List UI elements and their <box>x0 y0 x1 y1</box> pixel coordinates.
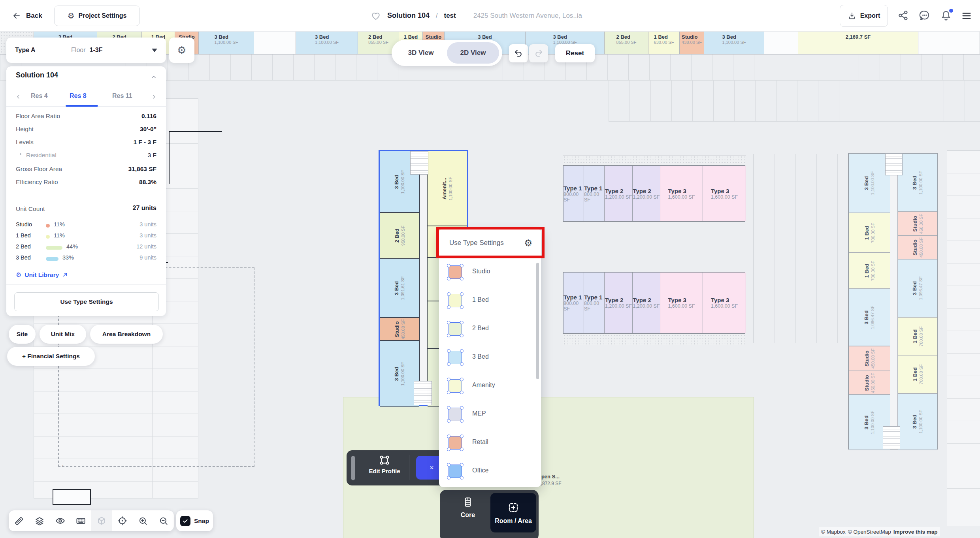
visibility-tool-button[interactable] <box>50 510 71 531</box>
unit-cell-3-bed[interactable]: 3 Bed1,096.47 SF <box>898 260 937 318</box>
unit-cell-3-bed[interactable]: 3 Bed1,096.47 SF <box>849 289 890 346</box>
unit-cell-type-3[interactable]: Type 31,600.00 SF <box>660 273 703 333</box>
unit-cell-3-bed[interactable]: 3 Bed1,100.00 SF <box>898 154 937 212</box>
unit-cell-amenit-[interactable]: Amenit...1,100.00 SF <box>428 151 467 226</box>
improve-map-link[interactable]: Improve this map <box>893 529 938 535</box>
osm-link[interactable]: © OpenStreetMap <box>848 529 891 535</box>
unit-cell-3-bed[interactable]: 3 Bed1,100.00 SF <box>898 394 937 450</box>
mapbox-link[interactable]: © Mapbox <box>821 529 846 535</box>
back-button[interactable]: Back <box>12 0 42 31</box>
main-menu-button[interactable] <box>961 11 974 23</box>
unit-cell-2-bed[interactable]: 2 Bed855.00 SF <box>605 31 648 54</box>
unit-cell-3-bed[interactable]: 3 Bed1,091.61 SF <box>380 259 419 318</box>
panel-settings-button[interactable]: ⚙ <box>169 38 194 63</box>
type-floor-selector[interactable]: Type A Floor 1-3F <box>6 38 166 63</box>
unit-cell-studio[interactable]: Studio450.00 SF <box>380 318 419 341</box>
unit-cell-type-3[interactable]: Type 31,600.00 SF <box>703 166 746 221</box>
project-settings-button[interactable]: ⚙ Project Settings <box>54 6 140 26</box>
unit-cell-type-1[interactable]: Type 1800.00 SF <box>564 166 584 221</box>
use-type-item-amenity[interactable]: Amenity <box>439 372 541 401</box>
unit-cell[interactable] <box>918 31 980 54</box>
unit-cell-2-169-7-sf[interactable]: 2,169.7 SF <box>798 31 918 54</box>
reset-button[interactable]: Reset <box>555 44 595 62</box>
project-name[interactable]: test <box>444 12 456 20</box>
unit-cell-1-bed[interactable]: 1 Bed700.00 SF <box>898 356 937 394</box>
unit-cell-3-bed[interactable]: 3 Bed1,100.00 SF <box>704 31 764 54</box>
unit-cell-type-1[interactable]: Type 1800.00 SF <box>584 166 605 221</box>
use-type-item-retail[interactable]: Retail <box>439 429 541 457</box>
tabs-prev-button[interactable] <box>15 94 21 100</box>
drag-handle[interactable] <box>351 456 355 480</box>
notifications-button[interactable] <box>940 9 953 22</box>
unit-cell-type-3[interactable]: Type 31,600.00 SF <box>660 166 703 221</box>
toggle-2d-view[interactable]: 2D View <box>447 42 499 64</box>
use-type-item-2-bed[interactable]: 2 Bed <box>439 315 541 344</box>
measure-tool-button[interactable] <box>9 510 29 531</box>
rotate-3d-tool-button[interactable] <box>91 510 112 531</box>
tab-res-8[interactable]: Res 8 <box>70 92 87 100</box>
unit-cell-3-bed[interactable]: 3 Bed1,100.00 SF <box>380 341 419 407</box>
unit-library-link[interactable]: ⚙ Unit Library <box>16 271 68 278</box>
unit-cell-type-2[interactable]: Type 21,200.00 SF <box>633 166 660 221</box>
unit-cell-type-3[interactable]: Type 31,600.00 SF <box>703 273 746 333</box>
unit-cell-type-2[interactable]: Type 21,200.00 SF <box>633 273 660 333</box>
shortcuts-tool-button[interactable] <box>71 510 91 531</box>
unit-cell-type-2[interactable]: Type 21,200.00 SF <box>605 166 633 221</box>
unit-cell-1-bed[interactable]: 1 Bed630.00 SF <box>648 31 680 54</box>
comments-button[interactable] <box>919 9 931 22</box>
zoom-out-button[interactable] <box>153 510 174 531</box>
room-area-tool-button[interactable]: Room / Area <box>490 493 536 532</box>
snap-checkbox[interactable] <box>180 516 190 526</box>
use-type-item-studio[interactable]: Studio <box>439 258 541 287</box>
unit-cell-type-1[interactable]: Type 1800.00 SF <box>584 273 605 333</box>
redo-button[interactable] <box>529 44 548 62</box>
undo-button[interactable] <box>509 44 528 62</box>
unit-cell[interactable] <box>254 31 296 54</box>
share-button[interactable] <box>897 9 910 22</box>
unit-cell-3-bed[interactable]: 3 Bed1,100.00 SF <box>199 31 254 54</box>
edit-profile-button[interactable]: Edit Profile <box>361 454 408 474</box>
unit-cell[interactable] <box>764 31 798 54</box>
use-type-item-office[interactable]: Office <box>439 457 541 486</box>
chevron-down-icon[interactable] <box>152 49 157 52</box>
layers-tool-button[interactable] <box>29 510 50 531</box>
unit-cell-1-bed[interactable]: 1 Bed700.00 SF <box>849 253 890 289</box>
export-button[interactable]: Export <box>840 5 888 27</box>
unit-cell-3-bed[interactable]: 3 Bed1,100.00 SF <box>849 154 890 213</box>
core-icon <box>462 496 474 508</box>
pill-site[interactable]: Site <box>9 325 36 344</box>
unit-cell-2-bed[interactable]: 2 Bed950.00 SF <box>380 213 419 259</box>
unit-cell-studio[interactable]: Studio438.00 SF <box>680 31 704 54</box>
context-building[interactable]: 3 Bed1,100.00 SF1 Bed700.00 SF1 Bed700.0… <box>848 153 938 450</box>
toggle-3d-view[interactable]: 3D View <box>395 42 447 64</box>
use-type-item-1-bed[interactable]: 1 Bed <box>439 287 541 315</box>
favorite-heart-icon[interactable] <box>371 11 381 21</box>
type-block[interactable]: Type 1800.00 SFType 1800.00 SFType 21,20… <box>563 165 745 222</box>
use-type-settings-button[interactable]: Use Type Settings <box>14 292 159 311</box>
use-type-item-mep[interactable]: MEP <box>439 401 541 429</box>
popup-scrollbar[interactable] <box>536 263 539 379</box>
unit-cell-studio[interactable]: Studio450.00 SF <box>898 236 937 260</box>
tab-res-4[interactable]: Res 4 <box>31 92 48 100</box>
unit-cell-type-2[interactable]: Type 21,200.00 SF <box>605 273 633 333</box>
unit-cell-type-1[interactable]: Type 1800.00 SF <box>564 273 584 333</box>
unit-label: 3 Bed1,096.47 SF <box>898 260 937 317</box>
use-type-item-3-bed[interactable]: 3 Bed <box>439 344 541 372</box>
zoom-in-button[interactable] <box>133 510 153 531</box>
recenter-tool-button[interactable] <box>112 510 132 531</box>
pill-unit-mix[interactable]: Unit Mix <box>40 325 86 344</box>
core-tool-button[interactable]: Core <box>451 496 485 519</box>
unit-cell-studio[interactable]: Studio450.00 SF <box>849 371 890 395</box>
pill-area-breakdown[interactable]: Area Breakdown <box>90 325 163 344</box>
tabs-next-button[interactable] <box>151 94 157 100</box>
unit-cell-studio[interactable]: Studio450.00 SF <box>849 346 890 371</box>
unit-cell-1-bed[interactable]: 1 Bed700.00 SF <box>849 213 890 253</box>
floor-selector[interactable]: Floor 1-3F <box>71 47 102 54</box>
collapse-button[interactable] <box>150 73 157 81</box>
pill-financial-settings[interactable]: + Financial Settings <box>7 347 95 366</box>
tab-res-11[interactable]: Res 11 <box>112 92 132 100</box>
unit-cell-3-bed[interactable]: 3 Bed1,100.00 SF <box>296 31 358 54</box>
unit-cell-studio[interactable]: Studio450.00 SF <box>898 212 937 236</box>
unit-cell-1-bed[interactable]: 1 Bed700.00 SF <box>898 318 937 356</box>
type-block[interactable]: Type 1800.00 SFType 1800.00 SFType 21,20… <box>563 272 745 334</box>
